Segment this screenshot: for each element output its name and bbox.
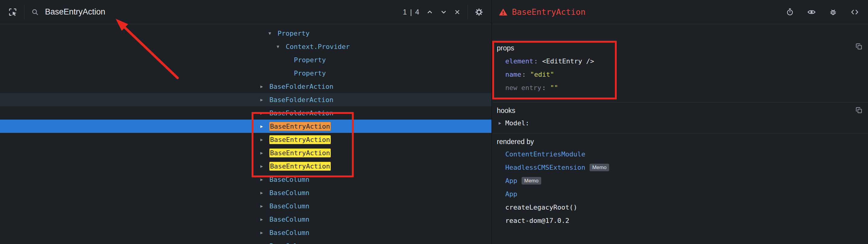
chevron-right-icon[interactable]: ▸ bbox=[260, 136, 270, 143]
details-header-actions bbox=[783, 6, 862, 18]
rendered-by-row[interactable]: AppMemo bbox=[493, 174, 868, 187]
colon: : bbox=[522, 71, 526, 78]
log-component-button[interactable] bbox=[827, 6, 839, 18]
rendered-by-rows: ContentEntriesModuleHeadlessCMSExtension… bbox=[493, 147, 868, 227]
component-details-panel: BaseEntryAction bbox=[493, 0, 868, 244]
tree-row[interactable]: Property bbox=[0, 66, 491, 80]
component-name: BaseColumn bbox=[270, 202, 309, 210]
chevron-right-icon[interactable]: ▸ bbox=[260, 230, 270, 236]
eye-icon bbox=[807, 8, 816, 16]
prop-row[interactable]: name:"edit" bbox=[493, 68, 868, 81]
settings-button[interactable] bbox=[473, 6, 485, 19]
component-name: BaseEntryAction bbox=[270, 136, 331, 144]
copy-hooks-button[interactable] bbox=[855, 106, 863, 115]
next-result-button[interactable] bbox=[438, 6, 450, 18]
chevron-right-icon[interactable]: ▸ bbox=[260, 190, 270, 196]
inspect-element-icon bbox=[8, 7, 18, 17]
hooks-rows: ▸Model: bbox=[493, 116, 868, 129]
chevron-right-icon[interactable]: ▸ bbox=[260, 123, 270, 129]
details-header: BaseEntryAction bbox=[493, 0, 868, 24]
tree-row[interactable]: ▾Property bbox=[0, 27, 491, 40]
chevron-right-icon[interactable]: ▸ bbox=[260, 203, 270, 209]
code-brackets-icon bbox=[850, 8, 859, 16]
component-name: Property bbox=[278, 30, 310, 37]
rendered-by-row[interactable]: ContentEntriesModule bbox=[493, 147, 868, 161]
owner-name[interactable]: App bbox=[505, 190, 517, 198]
prop-row[interactable]: element:<EditEntry /> bbox=[493, 54, 868, 68]
colon: : bbox=[534, 57, 538, 65]
tree-row[interactable]: ▾Context.Provider bbox=[0, 40, 491, 53]
chevron-right-icon[interactable]: ▸ bbox=[260, 216, 270, 222]
view-source-button[interactable] bbox=[849, 6, 861, 18]
tree-row[interactable]: ▸BaseColumn bbox=[0, 239, 491, 244]
memo-badge: Memo bbox=[522, 177, 541, 184]
inspect-dom-button[interactable] bbox=[805, 6, 817, 18]
owner-name: createLegacyRoot() bbox=[505, 204, 577, 211]
component-name: Context.Provider bbox=[286, 43, 350, 51]
component-name: BaseColumn bbox=[270, 189, 309, 196]
inspect-element-button[interactable] bbox=[6, 5, 19, 19]
rendered-by-row: react-dom@17.0.2 bbox=[493, 214, 868, 227]
previous-result-button[interactable] bbox=[424, 6, 435, 18]
tree-row[interactable]: ▸BaseColumn bbox=[0, 213, 491, 226]
hooks-section: hooks ▸Model: bbox=[493, 102, 868, 133]
chevron-right-icon[interactable]: ▸ bbox=[499, 120, 505, 126]
rendered-by-row: createLegacyRoot() bbox=[493, 201, 868, 214]
tree-row[interactable]: ▸BaseFolderAction bbox=[0, 106, 491, 120]
owner-name[interactable]: HeadlessCMSExtension bbox=[505, 164, 585, 171]
rendered-by-row[interactable]: App bbox=[493, 187, 868, 201]
prop-value: "" bbox=[550, 84, 558, 92]
props-rows: element:<EditEntry />name:"edit"new entr… bbox=[493, 54, 868, 94]
chevron-right-icon[interactable]: ▸ bbox=[260, 150, 270, 156]
chevron-right-icon[interactable]: ▸ bbox=[260, 176, 270, 182]
tree-row[interactable]: ▸BaseColumn bbox=[0, 186, 491, 199]
clear-search-button[interactable] bbox=[452, 7, 463, 18]
search-input[interactable] bbox=[44, 7, 400, 17]
chevron-down-icon[interactable]: ▾ bbox=[277, 43, 286, 50]
toolbar-separator bbox=[24, 5, 25, 19]
rendered-by-section-label: rendered by bbox=[493, 137, 868, 146]
tree-row[interactable]: ▸BaseEntryAction bbox=[0, 146, 491, 159]
chevron-right-icon[interactable]: ▸ bbox=[260, 83, 270, 89]
component-name: Property bbox=[294, 69, 326, 77]
tree-row[interactable]: Property bbox=[0, 53, 491, 66]
tree-row[interactable]: ▸BaseColumn bbox=[0, 226, 491, 239]
close-icon bbox=[454, 8, 461, 16]
prop-key: name bbox=[505, 71, 521, 78]
props-section: props element:<EditEntry />name:"edit"ne… bbox=[493, 24, 868, 102]
prop-row[interactable]: new entry:"" bbox=[493, 81, 868, 94]
chevron-up-icon bbox=[426, 8, 434, 16]
tree-row[interactable]: ▸BaseEntryAction bbox=[0, 159, 491, 173]
chevron-right-icon[interactable]: ▸ bbox=[260, 110, 270, 116]
suspend-component-button[interactable] bbox=[784, 6, 796, 18]
toolbar-separator bbox=[467, 5, 468, 19]
rendered-by-section: rendered by ContentEntriesModuleHeadless… bbox=[493, 133, 868, 231]
hook-row[interactable]: ▸Model: bbox=[493, 116, 868, 129]
owner-name[interactable]: App bbox=[505, 177, 517, 184]
tree-row[interactable]: ▸BaseFolderAction bbox=[0, 93, 491, 106]
colon: : bbox=[542, 84, 546, 92]
hook-name: Model: bbox=[505, 119, 529, 127]
component-name: BaseColumn bbox=[270, 176, 309, 183]
selected-component-title: BaseEntryAction bbox=[512, 7, 586, 17]
props-section-label: props bbox=[493, 43, 868, 53]
tree-row[interactable]: ▸BaseEntryAction bbox=[0, 133, 491, 146]
gear-icon bbox=[474, 7, 484, 17]
chevron-right-icon[interactable]: ▸ bbox=[260, 243, 270, 244]
chevron-right-icon[interactable]: ▸ bbox=[260, 163, 270, 169]
component-name: BaseColumn bbox=[270, 242, 309, 244]
owner-name[interactable]: ContentEntriesModule bbox=[505, 150, 585, 158]
prop-key: element bbox=[505, 57, 533, 65]
component-tree: ▾Property▾Context.ProviderPropertyProper… bbox=[0, 24, 491, 244]
copy-props-button[interactable] bbox=[855, 42, 863, 52]
chevron-down-icon[interactable]: ▾ bbox=[269, 30, 278, 36]
tree-row[interactable]: ▸BaseEntryAction bbox=[0, 120, 491, 133]
component-name: BaseFolderAction bbox=[270, 83, 334, 90]
chevron-right-icon[interactable]: ▸ bbox=[260, 97, 270, 103]
rendered-by-row[interactable]: HeadlessCMSExtensionMemo bbox=[493, 161, 868, 174]
tree-row[interactable]: ▸BaseColumn bbox=[0, 173, 491, 186]
tree-row[interactable]: ▸BaseColumn bbox=[0, 199, 491, 213]
bug-icon bbox=[829, 8, 837, 16]
component-name: Property bbox=[294, 56, 326, 64]
tree-row[interactable]: ▸BaseFolderAction bbox=[0, 80, 491, 93]
